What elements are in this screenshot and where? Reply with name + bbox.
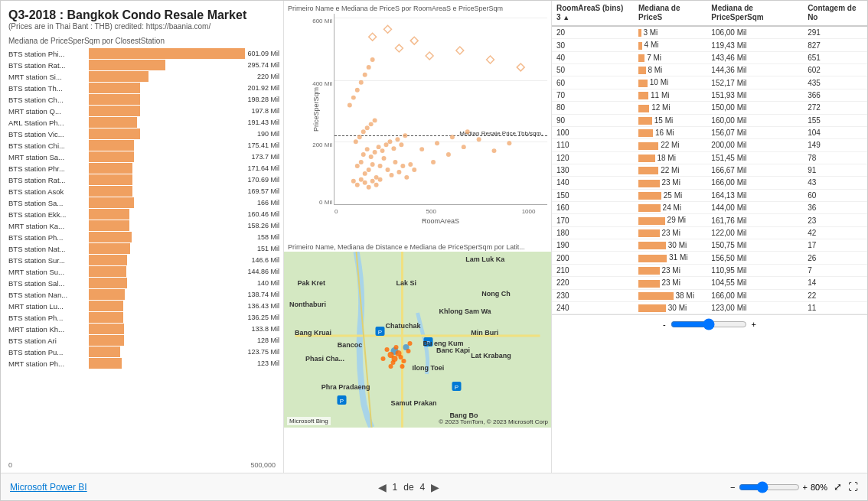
next-page-button[interactable]: ▶	[431, 481, 439, 493]
map-section: Primeiro Name, Mediana de Distance e Med…	[284, 241, 551, 473]
scatter-section: Primeiro Name e Mediana de PriceS por Ro…	[284, 1, 551, 241]
bar-fill	[89, 289, 125, 300]
cell-room-area: 140	[552, 177, 634, 189]
table-row: 170 29 Mi161,76 Mil23	[552, 214, 867, 226]
table-row: 20 3 Mi106,00 Mil291	[552, 26, 867, 39]
bar-outer	[89, 94, 245, 105]
right-panel[interactable]: RoomAreaS (bins) 3 ▲ Mediana de PriceS M…	[552, 1, 867, 473]
cell-median-sqm: 164,13 Mil	[706, 189, 803, 201]
bar-row: MRT station Ph...123 Mil	[8, 358, 279, 369]
bar-outer	[89, 220, 245, 231]
cell-median-sqm: 123,00 Mil	[706, 301, 803, 314]
scatter-title: Primeiro Name e Mediana de PriceS por Ro…	[288, 5, 547, 12]
map-label-chatuchak: Chatuchak	[386, 322, 421, 330]
fullscreen-icon[interactable]: ⛶	[848, 481, 858, 493]
cell-room-area: 210	[552, 264, 634, 276]
cell-room-area: 70	[552, 89, 634, 101]
bar-value: 158.26 Mil	[247, 222, 279, 229]
svg-point-45	[359, 80, 364, 85]
cell-median-price: 7 Mi	[634, 51, 706, 63]
svg-point-27	[403, 133, 407, 138]
svg-point-55	[419, 147, 424, 151]
svg-point-57	[450, 135, 455, 139]
bar-outer	[89, 312, 245, 323]
cell-median-price: 25 Mi	[634, 189, 706, 201]
svg-point-3	[367, 168, 371, 172]
bar-fill	[89, 335, 124, 346]
bar-fill	[89, 220, 129, 231]
map-label-phasi-cha: Phasi Cha...	[305, 355, 344, 363]
cell-median-price: 22 Mi	[634, 164, 706, 176]
table-row: 190 30 Mi150,75 Mil17	[552, 239, 867, 252]
table-row: 130 22 Mi166,67 Mil91	[552, 164, 867, 176]
y-tick-0: 0 Mil	[319, 199, 334, 206]
cell-count: 149	[803, 139, 867, 151]
cell-median-sqm: 150,75 Mil	[706, 239, 803, 252]
bar-value: 123 Mil	[257, 359, 279, 367]
scatter-svg	[334, 14, 547, 204]
cell-median-sqm: 110,95 Mil	[706, 264, 803, 276]
scroll-plus[interactable]: +	[752, 320, 756, 329]
cell-median-price: 10 Mi	[634, 76, 706, 89]
cell-median-sqm: 151,45 Mil	[706, 151, 803, 164]
bar-row: BTS station Ekk...160.46 Mil	[8, 209, 279, 220]
svg-point-52	[477, 137, 481, 142]
cell-median-price: 16 Mi	[634, 126, 706, 138]
svg-point-24	[391, 146, 396, 151]
svg-point-19	[373, 150, 377, 155]
svg-point-42	[348, 103, 352, 108]
svg-point-53	[492, 148, 497, 153]
power-bi-link[interactable]: Microsoft Power BI	[10, 482, 87, 493]
bar-chart-container[interactable]: BTS station Phi...601.09 MilBTS station …	[8, 48, 279, 460]
bar-row: BTS station Sur...146.6 Mil	[8, 255, 279, 265]
cell-room-area: 160	[552, 202, 634, 214]
cell-count: 36	[803, 202, 867, 214]
x-axis-max: 500,000	[250, 461, 276, 469]
map-label-min-buri: Min Buri	[471, 329, 498, 337]
table-row: 220 23 Mi104,55 Mil14	[552, 277, 867, 289]
map-label-lak-si: Lak Si	[396, 279, 417, 287]
map-label-nonthaburi: Nonthaburi	[289, 301, 326, 308]
svg-point-34	[374, 183, 379, 187]
expand-icon[interactable]: ⤢	[834, 481, 842, 493]
bar-fill	[89, 83, 140, 93]
bar-fill	[89, 140, 134, 151]
bar-name: BTS station Rat...	[8, 61, 89, 70]
col-room-area[interactable]: RoomAreaS (bins) 3 ▲	[552, 1, 634, 26]
scroll-slider[interactable]	[671, 318, 747, 330]
zoom-plus-icon[interactable]: +	[803, 483, 808, 492]
scatter-y-label: PriceSperSqm	[312, 87, 320, 132]
report-title: Q3-2018 : Bangkok Condo Resale Market	[8, 8, 279, 22]
bar-value: 190 Mil	[257, 130, 279, 138]
bar-outer	[89, 324, 249, 334]
bar-value: 295.74 Mil	[247, 61, 279, 69]
bar-outer	[89, 186, 245, 197]
svg-point-13	[404, 175, 409, 180]
svg-point-39	[365, 125, 370, 130]
cell-median-price: 4 Mi	[634, 39, 706, 51]
bar-outer	[89, 335, 255, 346]
cell-count: 602	[803, 64, 867, 76]
table-row: 230 38 Mi166,00 Mil22	[552, 289, 867, 301]
col-median-price[interactable]: Mediana de PriceS	[634, 1, 706, 26]
bar-outer	[89, 278, 255, 288]
bar-fill	[89, 186, 132, 197]
prev-page-button[interactable]: ◀	[378, 481, 387, 493]
bar-name: BTS station Nan...	[8, 291, 89, 299]
zoom-control: − + 80%	[730, 481, 827, 493]
cell-median-price: 31 Mi	[634, 252, 706, 264]
bar-name: BTS station Sur...	[8, 256, 89, 265]
cell-room-area: 130	[552, 164, 634, 176]
map-label-ilong-toei: Ilong Toei	[413, 364, 445, 372]
scroll-minus[interactable]: -	[663, 320, 666, 329]
table-row: 240 30 Mi123,00 Mil11	[552, 301, 867, 314]
zoom-minus-icon[interactable]: −	[730, 483, 735, 492]
cell-median-price: 23 Mi	[634, 177, 706, 189]
bar-name: BTS station Phr...	[8, 164, 89, 173]
col-median-sqm[interactable]: Mediana de PriceSperSqm	[706, 1, 803, 26]
zoom-slider[interactable]	[739, 481, 800, 493]
cell-room-area: 170	[552, 214, 634, 226]
cell-count: 43	[803, 177, 867, 189]
bar-row: BTS station Ph...158 Mil	[8, 232, 279, 242]
col-count[interactable]: Contagem de No	[803, 1, 867, 26]
